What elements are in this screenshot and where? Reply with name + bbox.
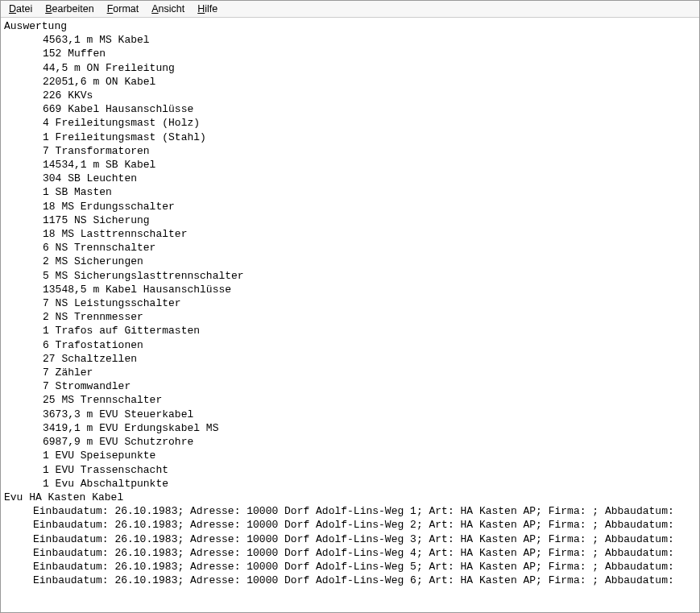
editor-window: DateiBearbeitenFormatAnsichtHilfe Auswer… xyxy=(0,0,700,613)
heading-section2: Evu HA Kasten Kabel xyxy=(4,491,696,504)
detail-line: Einbaudatum: 26.10.1983; Adresse: 10000 … xyxy=(4,532,696,546)
stat-line: 3673,3 m EVU Steuerkabel xyxy=(4,408,696,421)
stat-line: 7 Stromwandler xyxy=(4,379,696,393)
stat-line: 27 Schaltzellen xyxy=(4,352,696,366)
stat-line: 7 Transformatoren xyxy=(4,144,696,158)
menu-label-rest: earbeiten xyxy=(52,3,94,14)
menubar: DateiBearbeitenFormatAnsichtHilfe xyxy=(1,1,699,18)
menu-item-bearbeiten[interactable]: Bearbeiten xyxy=(40,2,98,15)
detail-line: Einbaudatum: 26.10.1983; Adresse: 10000 … xyxy=(4,560,696,574)
menu-item-datei[interactable]: Datei xyxy=(4,2,37,15)
detail-line: Einbaudatum: 26.10.1983; Adresse: 10000 … xyxy=(4,518,696,532)
stat-line: 4 Freileitungsmast (Holz) xyxy=(4,116,696,130)
stat-line: 22051,6 m ON Kabel xyxy=(4,75,696,89)
menu-label-rest: ilfe xyxy=(205,3,217,14)
stat-line: 6 Trafostationen xyxy=(4,338,696,352)
menu-label-rest: atei xyxy=(16,3,32,14)
detail-line: Einbaudatum: 26.10.1983; Adresse: 10000 … xyxy=(4,504,696,518)
stat-line: 5 MS Sicherungslasttrennschalter xyxy=(4,269,696,283)
stat-line: 2 NS Trennmesser xyxy=(4,310,696,324)
stat-line: 14534,1 m SB Kabel xyxy=(4,158,696,172)
stat-line: 6987,9 m EVU Schutzrohre xyxy=(4,435,696,449)
menu-accel: D xyxy=(9,3,16,14)
stat-line: 18 MS Lasttrennschalter xyxy=(4,227,696,241)
stat-line: 669 Kabel Hausanschlüsse xyxy=(4,102,696,116)
stat-line: 18 MS Erdungsschalter xyxy=(4,200,696,213)
stat-line: 226 KKVs xyxy=(4,89,696,102)
stat-line: 4563,1 m MS Kabel xyxy=(4,33,696,47)
menu-accel: H xyxy=(197,3,205,14)
detail-line: Einbaudatum: 26.10.1983; Adresse: 10000 … xyxy=(4,546,696,560)
stat-line: 1 Trafos auf Gittermasten xyxy=(4,324,696,338)
stat-line: 6 NS Trennschalter xyxy=(4,241,696,255)
menu-accel: A xyxy=(151,3,158,14)
stat-line: 1 SB Masten xyxy=(4,185,696,199)
detail-line: Einbaudatum: 26.10.1983; Adresse: 10000 … xyxy=(4,574,696,587)
stat-line: 2 MS Sicherungen xyxy=(4,255,696,268)
menu-label-rest: ormat xyxy=(113,3,139,14)
menu-label-rest: nsicht xyxy=(159,3,185,14)
stat-line: 1 Evu Abschaltpunkte xyxy=(4,477,696,491)
stat-line: 304 SB Leuchten xyxy=(4,172,696,185)
heading-auswertung: Auswertung xyxy=(4,19,696,33)
stat-line: 44,5 m ON Freileitung xyxy=(4,61,696,75)
menu-accel: B xyxy=(45,3,52,14)
stat-line: 1 Freileitungsmast (Stahl) xyxy=(4,130,696,144)
menu-item-format[interactable]: Format xyxy=(102,2,144,15)
stat-line: 25 MS Trennschalter xyxy=(4,393,696,407)
stat-line: 3419,1 m EVU Erdungskabel MS xyxy=(4,421,696,435)
stat-line: 7 NS Leistungsschalter xyxy=(4,296,696,310)
stat-line: 1 EVU Trassenschacht xyxy=(4,463,696,477)
stat-line: 1175 NS Sicherung xyxy=(4,213,696,227)
menu-item-hilfe[interactable]: Hilfe xyxy=(193,2,222,15)
stat-line: 13548,5 m Kabel Hausanschlüsse xyxy=(4,283,696,296)
text-area[interactable]: Auswertung4563,1 m MS Kabel152 Muffen44,… xyxy=(1,18,699,612)
stat-line: 1 EVU Speisepunkte xyxy=(4,449,696,462)
stat-line: 152 Muffen xyxy=(4,47,696,60)
stat-line: 7 Zähler xyxy=(4,366,696,379)
menu-item-ansicht[interactable]: Ansicht xyxy=(147,2,189,15)
